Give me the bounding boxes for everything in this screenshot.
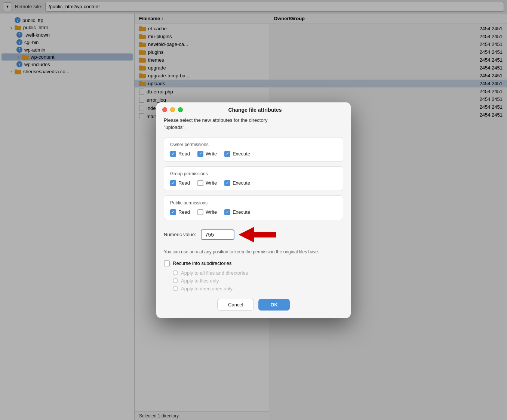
dialog-title: Change file attributes <box>165 107 345 113</box>
radio-label-files: Apply to files only <box>181 278 219 284</box>
radio-all-files[interactable]: Apply to all files and directories <box>173 270 343 276</box>
owner-write-checkbox[interactable]: ✓ Write <box>197 151 217 157</box>
cancel-button[interactable]: Cancel <box>217 299 254 311</box>
owner-permissions-section: Owner permissions ✓ Read ✓ Write ✓ Execu… <box>164 137 343 162</box>
public-read-cb[interactable]: ✓ <box>170 209 176 215</box>
group-permissions-label: Group permissions <box>170 171 337 176</box>
recurse-row[interactable]: Recurse into subdirectories <box>164 260 343 266</box>
radio-group: Apply to all files and directories Apply… <box>164 270 343 291</box>
owner-permissions-label: Owner permissions <box>170 142 337 147</box>
radio-dot-dirs[interactable] <box>173 286 178 291</box>
public-permissions-section: Public permissions ✓ Read Write ✓ Execut… <box>164 195 343 220</box>
public-write-label: Write <box>206 209 217 215</box>
radio-dot-all[interactable] <box>173 270 178 275</box>
recurse-checkbox[interactable] <box>164 260 170 266</box>
change-attributes-dialog: Change file attributes Please select the… <box>156 102 351 318</box>
group-read-label: Read <box>178 180 190 186</box>
group-write-checkbox[interactable]: Write <box>197 180 217 186</box>
owner-write-cb[interactable]: ✓ <box>197 151 203 157</box>
radio-label-all: Apply to all files and directories <box>181 270 248 276</box>
owner-execute-label: Execute <box>233 151 250 157</box>
hint-text: You can use an x at any position to keep… <box>164 248 343 255</box>
group-read-checkbox[interactable]: ✓ Read <box>170 180 190 186</box>
group-read-cb[interactable]: ✓ <box>170 180 176 186</box>
group-execute-checkbox[interactable]: ✓ Execute <box>224 180 250 186</box>
public-execute-cb[interactable]: ✓ <box>224 209 230 215</box>
owner-write-label: Write <box>206 151 217 157</box>
radio-dot-files[interactable] <box>173 278 178 283</box>
public-permissions-label: Public permissions <box>170 200 337 206</box>
dialog-buttons: Cancel OK <box>164 297 343 311</box>
group-checkboxes: ✓ Read Write ✓ Execute <box>170 180 337 186</box>
group-write-label: Write <box>206 180 217 186</box>
group-write-cb[interactable] <box>197 180 203 186</box>
public-write-cb[interactable] <box>197 209 203 215</box>
owner-read-label: Read <box>178 151 190 157</box>
group-execute-cb[interactable]: ✓ <box>224 180 230 186</box>
dialog-body: Please select the new attributes for the… <box>156 117 351 318</box>
public-write-checkbox[interactable]: Write <box>197 209 217 215</box>
group-execute-label: Execute <box>233 180 250 186</box>
public-read-label: Read <box>178 209 190 215</box>
radio-dirs-only[interactable]: Apply to directories only <box>173 286 343 291</box>
dialog-titlebar: Change file attributes <box>156 102 351 117</box>
recurse-label: Recurse into subdirectories <box>173 260 232 266</box>
public-read-checkbox[interactable]: ✓ Read <box>170 209 190 215</box>
modal-overlay: Change file attributes Please select the… <box>0 0 507 420</box>
owner-read-checkbox[interactable]: ✓ Read <box>170 151 190 157</box>
numeric-value-label: Numeric value: <box>164 232 196 237</box>
public-checkboxes: ✓ Read Write ✓ Execute <box>170 209 337 215</box>
group-permissions-section: Group permissions ✓ Read Write ✓ Execute <box>164 166 343 191</box>
radio-files-only[interactable]: Apply to files only <box>173 278 343 284</box>
svg-marker-0 <box>239 227 276 242</box>
public-execute-checkbox[interactable]: ✓ Execute <box>224 209 250 215</box>
numeric-value-input[interactable] <box>201 229 234 240</box>
red-arrow-icon <box>239 225 276 244</box>
owner-execute-cb[interactable]: ✓ <box>224 151 230 157</box>
owner-checkboxes: ✓ Read ✓ Write ✓ Execute <box>170 151 337 157</box>
public-execute-label: Execute <box>233 209 250 215</box>
owner-read-cb[interactable]: ✓ <box>170 151 176 157</box>
owner-execute-checkbox[interactable]: ✓ Execute <box>224 151 250 157</box>
radio-label-dirs: Apply to directories only <box>181 286 233 291</box>
numeric-value-row: Numeric value: <box>164 225 343 244</box>
dialog-description: Please select the new attributes for the… <box>164 117 343 131</box>
ok-button[interactable]: OK <box>258 299 290 311</box>
